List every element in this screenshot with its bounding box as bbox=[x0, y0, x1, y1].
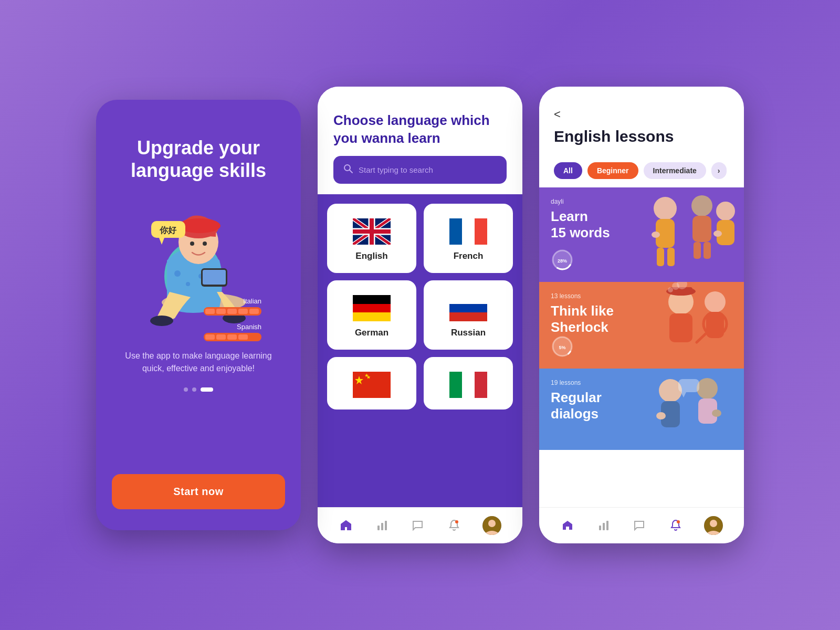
svg-rect-42 bbox=[462, 372, 475, 398]
spanish-progress: Spanish bbox=[204, 323, 261, 341]
language-card-english[interactable]: English bbox=[327, 204, 416, 273]
card2-tag: 13 lessons bbox=[551, 292, 614, 300]
svg-rect-37 bbox=[353, 372, 391, 398]
cn-flag-icon bbox=[353, 372, 391, 398]
svg-point-49 bbox=[488, 520, 496, 527]
dot-2[interactable] bbox=[192, 387, 196, 392]
svg-point-3 bbox=[186, 282, 190, 286]
home-nav-icon[interactable] bbox=[339, 518, 353, 533]
it-flag-icon bbox=[449, 372, 487, 398]
spanish-label: Spanish bbox=[237, 323, 261, 331]
card-content-3: 19 lessons Regulardialogs bbox=[539, 369, 613, 433]
card3-title: Regulardialogs bbox=[551, 390, 602, 422]
svg-point-90 bbox=[677, 520, 680, 523]
italian-bar bbox=[204, 307, 261, 316]
svg-point-9 bbox=[203, 242, 207, 246]
phone3: < English lessons All Beginner Intermedi… bbox=[539, 87, 744, 543]
filter-intermediate[interactable]: Intermediate bbox=[644, 162, 706, 179]
card1-tag: dayli bbox=[551, 198, 610, 205]
stats-nav-icon-3[interactable] bbox=[596, 518, 611, 533]
phone2-header: Choose language which you wanna learn St… bbox=[318, 87, 522, 194]
stats-nav-icon[interactable] bbox=[375, 518, 390, 533]
phone2-bottom-nav bbox=[318, 507, 522, 543]
avatar-nav[interactable] bbox=[482, 516, 501, 535]
svg-rect-35 bbox=[449, 304, 487, 312]
search-icon bbox=[343, 163, 353, 176]
svg-point-64 bbox=[713, 230, 722, 237]
svg-rect-55 bbox=[657, 248, 664, 266]
lesson-card-sherlock[interactable]: 13 lessons Think likeSherlock 5% bbox=[539, 282, 744, 369]
svg-point-47 bbox=[455, 520, 458, 523]
filter-all[interactable]: All bbox=[554, 162, 582, 179]
svg-rect-34 bbox=[449, 295, 487, 304]
svg-marker-84 bbox=[681, 392, 686, 397]
svg-rect-44 bbox=[377, 526, 380, 530]
start-button[interactable]: Start now bbox=[112, 474, 285, 509]
back-button[interactable]: < bbox=[554, 108, 561, 121]
card2-title: Think likeSherlock bbox=[551, 303, 614, 335]
card2-illustration bbox=[628, 282, 744, 369]
card-content-1: dayli Learn15 words bbox=[539, 187, 622, 251]
de-flag-icon bbox=[353, 295, 391, 321]
spanish-bar bbox=[204, 333, 261, 341]
avatar-nav-3[interactable] bbox=[704, 516, 723, 535]
lesson-card-learn-words[interactable]: dayli Learn15 words 28% bbox=[539, 187, 744, 282]
svg-point-2 bbox=[174, 270, 181, 277]
svg-rect-33 bbox=[353, 312, 391, 321]
language-grid: English French bbox=[327, 204, 513, 410]
filter-beginner[interactable]: Beginner bbox=[587, 162, 638, 179]
svg-point-53 bbox=[654, 197, 677, 220]
chat-nav-icon[interactable] bbox=[411, 518, 425, 533]
phone1-subtitle: Use the app to make language learning qu… bbox=[112, 350, 285, 375]
language-card-russian[interactable]: Russian bbox=[424, 280, 513, 350]
filter-more[interactable]: › bbox=[711, 162, 727, 179]
language-grid-area: English French bbox=[318, 194, 522, 507]
dot-1[interactable] bbox=[184, 387, 188, 392]
svg-rect-30 bbox=[475, 218, 487, 245]
card2-progress: 5% bbox=[551, 335, 574, 358]
svg-point-76 bbox=[668, 287, 673, 292]
notification-nav-icon-3[interactable] bbox=[668, 518, 683, 533]
search-bar[interactable]: Start typing to search bbox=[333, 156, 507, 184]
language-card-chinese[interactable] bbox=[327, 357, 416, 410]
french-label: French bbox=[454, 251, 484, 261]
svg-point-61 bbox=[716, 202, 735, 220]
svg-rect-43 bbox=[475, 372, 487, 398]
chat-nav-icon-3[interactable] bbox=[632, 518, 647, 533]
pagination-dots bbox=[184, 387, 213, 392]
svg-rect-29 bbox=[462, 218, 475, 245]
svg-point-63 bbox=[652, 232, 660, 238]
svg-marker-11 bbox=[159, 238, 164, 245]
svg-rect-89 bbox=[606, 521, 608, 530]
search-input[interactable]: Start typing to search bbox=[359, 165, 433, 174]
phones-container: Upgrade your language skills Italian Spa… bbox=[96, 87, 744, 543]
italian-progress: Italian bbox=[204, 297, 261, 316]
svg-text:28%: 28% bbox=[558, 258, 567, 264]
dot-3[interactable] bbox=[201, 387, 213, 392]
phone1: Upgrade your language skills Italian Spa… bbox=[96, 100, 301, 530]
svg-rect-88 bbox=[603, 523, 605, 530]
lesson-cards: dayli Learn15 words 28% bbox=[539, 187, 744, 507]
card1-illustration bbox=[628, 187, 744, 282]
svg-rect-31 bbox=[353, 295, 391, 304]
phone1-title: Upgrade your language skills bbox=[112, 136, 285, 182]
home-nav-icon-3[interactable] bbox=[560, 518, 575, 533]
english-label: English bbox=[355, 251, 387, 261]
svg-point-8 bbox=[190, 242, 194, 246]
lesson-card-dialogs[interactable]: 19 lessons Regulardialogs bbox=[539, 369, 744, 450]
language-card-german[interactable]: German bbox=[327, 280, 416, 350]
svg-rect-28 bbox=[449, 218, 462, 245]
svg-text:你好: 你好 bbox=[159, 226, 177, 235]
svg-point-86 bbox=[712, 410, 721, 417]
svg-rect-56 bbox=[667, 248, 675, 266]
svg-rect-41 bbox=[449, 372, 462, 398]
language-card-french[interactable]: French bbox=[424, 204, 513, 273]
svg-point-15 bbox=[150, 316, 173, 326]
svg-rect-71 bbox=[669, 313, 692, 342]
language-card-italian[interactable] bbox=[424, 357, 513, 410]
svg-line-73 bbox=[697, 332, 707, 342]
notification-nav-icon[interactable] bbox=[447, 518, 461, 533]
svg-rect-75 bbox=[706, 312, 724, 338]
phone3-header: < English lessons bbox=[539, 87, 744, 162]
svg-rect-60 bbox=[704, 242, 711, 259]
